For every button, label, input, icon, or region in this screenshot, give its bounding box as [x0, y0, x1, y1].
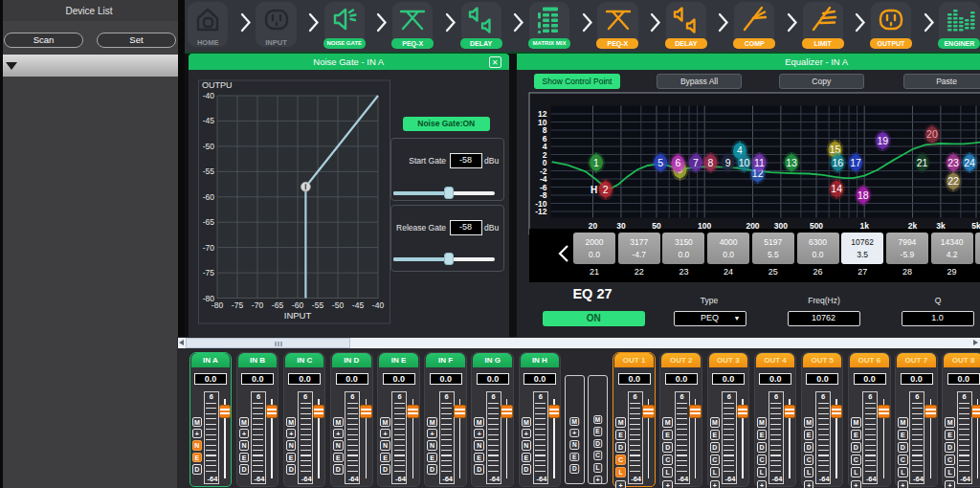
svg-text:2: 2: [542, 150, 546, 160]
svg-text:17: 17: [850, 157, 861, 168]
svg-text:-65: -65: [271, 300, 283, 310]
svg-text:4: 4: [542, 142, 546, 151]
svg-text:-75: -75: [231, 300, 243, 310]
svg-text:8: 8: [707, 157, 713, 168]
svg-text:INPUT: INPUT: [283, 310, 311, 321]
svg-text:6: 6: [675, 157, 680, 168]
svg-text:-65: -65: [202, 217, 214, 227]
svg-text:-45: -45: [202, 116, 214, 125]
svg-text:-40: -40: [202, 91, 214, 100]
svg-text:22: 22: [947, 175, 959, 187]
svg-text:-8: -8: [539, 190, 546, 200]
svg-text:7: 7: [693, 157, 699, 168]
svg-text:-12: -12: [535, 207, 547, 216]
svg-text:OUTPU: OUTPU: [202, 80, 233, 90]
svg-text:12: 12: [538, 109, 547, 119]
svg-text:-70: -70: [251, 300, 263, 310]
svg-text:24: 24: [964, 157, 975, 168]
svg-text:0: 0: [542, 158, 546, 167]
svg-text:-75: -75: [202, 268, 214, 277]
svg-text:-55: -55: [311, 300, 323, 310]
svg-text:9: 9: [724, 157, 730, 168]
svg-text:-50: -50: [202, 142, 214, 151]
svg-text:6: 6: [542, 134, 546, 144]
svg-text:20: 20: [926, 128, 938, 140]
svg-text:-4: -4: [539, 174, 546, 184]
svg-text:19: 19: [877, 135, 888, 146]
svg-text:-55: -55: [202, 166, 214, 176]
svg-text:18: 18: [857, 189, 868, 201]
svg-text:16: 16: [832, 157, 843, 168]
svg-text:1: 1: [593, 157, 599, 168]
svg-text:-6: -6: [539, 183, 546, 192]
svg-text:-45: -45: [351, 300, 364, 310]
svg-text:-80: -80: [211, 300, 223, 310]
svg-text:-60: -60: [202, 192, 214, 202]
svg-text:-10: -10: [535, 199, 547, 209]
svg-text:-40: -40: [371, 300, 384, 310]
svg-text:23: 23: [947, 157, 959, 168]
svg-text:-60: -60: [291, 300, 303, 310]
svg-text:-70: -70: [202, 243, 214, 253]
svg-text:10: 10: [538, 118, 547, 127]
svg-text:-2: -2: [539, 166, 546, 176]
svg-text:13: 13: [786, 157, 797, 168]
svg-text:H: H: [590, 185, 597, 195]
svg-text:2: 2: [602, 184, 608, 195]
svg-text:5: 5: [657, 157, 663, 168]
svg-text:14: 14: [831, 183, 842, 194]
svg-text:-50: -50: [331, 300, 344, 310]
svg-text:8: 8: [542, 125, 546, 135]
svg-text:11: 11: [753, 157, 764, 168]
svg-text:21: 21: [916, 157, 927, 168]
svg-text:10: 10: [738, 157, 749, 168]
